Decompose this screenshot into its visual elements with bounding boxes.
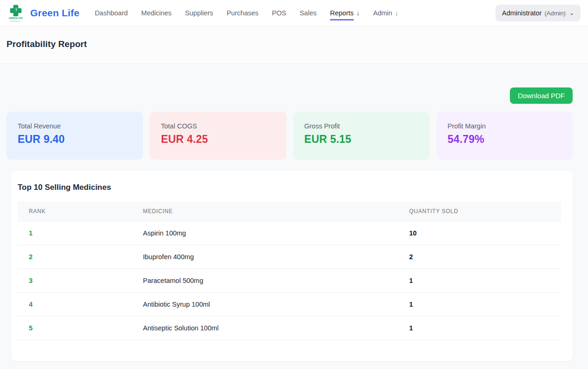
- nav-item-admin[interactable]: Admin ↓: [373, 7, 398, 20]
- dropdown-arrow-icon: ↓: [357, 9, 360, 17]
- medicine-cell: Ibuprofen 400mg: [132, 245, 398, 269]
- rank-cell: 4: [18, 293, 132, 316]
- column-header-medicine: MEDICINE: [132, 201, 398, 221]
- total-revenue-card: Total Revenue EUR 9.40: [7, 112, 143, 160]
- stat-value: 54.79%: [448, 133, 562, 146]
- stat-value: EUR 4.25: [161, 133, 275, 146]
- page-title: Profitability Report: [7, 39, 581, 49]
- pharmacy-cross-icon: GREEN LIFE PHARMACY: [7, 3, 25, 23]
- quantity-cell: 1: [398, 293, 561, 316]
- user-name: Administrator: [502, 9, 542, 17]
- chevron-down-icon: ⌄: [569, 10, 574, 16]
- user-role: (Admin): [544, 10, 566, 17]
- brand-logo[interactable]: GREEN LIFE PHARMACY Green Life: [7, 3, 79, 23]
- dropdown-arrow-icon: ↓: [395, 9, 398, 17]
- table-row: 5 Antiseptic Solution 100ml 1: [18, 316, 561, 340]
- table-header-row: RANK MEDICINE QUANTITY SOLD: [18, 201, 561, 221]
- stat-value: EUR 5.15: [304, 133, 418, 146]
- nav-item-suppliers[interactable]: Suppliers: [185, 7, 213, 20]
- svg-text:GREEN LIFE: GREEN LIFE: [9, 17, 23, 20]
- table-row: 4 Antibiotic Syrup 100ml 1: [18, 293, 561, 316]
- stat-value: EUR 9.40: [18, 133, 132, 146]
- stats-cards: Total Revenue EUR 9.40 Total COGS EUR 4.…: [7, 112, 573, 160]
- top-navigation-bar: GREEN LIFE PHARMACY Green Life Dashboard…: [0, 0, 588, 27]
- report-content: Download PDF Total Revenue EUR 9.40 Tota…: [0, 64, 588, 369]
- column-header-quantity-sold: QUANTITY SOLD: [398, 201, 561, 221]
- top-selling-medicines-card: Top 10 Selling Medicines RANK MEDICINE Q…: [11, 171, 573, 361]
- top-selling-medicines-table: RANK MEDICINE QUANTITY SOLD 1 Aspirin 10…: [18, 201, 561, 340]
- stat-label: Total Revenue: [18, 122, 132, 130]
- rank-cell: 1: [18, 221, 132, 245]
- nav-item-pos[interactable]: POS: [272, 7, 286, 20]
- quantity-cell: 1: [398, 316, 561, 340]
- nav-item-purchases[interactable]: Purchases: [227, 7, 259, 20]
- nav-item-dashboard[interactable]: Dashboard: [95, 7, 128, 20]
- table-row: 3 Paracetamol 500mg 1: [18, 269, 561, 293]
- nav-item-sales[interactable]: Sales: [300, 7, 317, 20]
- page-title-bar: Profitability Report: [0, 27, 588, 64]
- rank-cell: 5: [18, 316, 132, 340]
- table-row: 2 Ibuprofen 400mg 2: [18, 245, 561, 269]
- quantity-cell: 2: [398, 245, 561, 269]
- rank-cell: 2: [18, 245, 132, 269]
- rank-cell: 3: [18, 269, 132, 293]
- stat-label: Gross Profit: [304, 122, 418, 130]
- gross-profit-card: Gross Profit EUR 5.15: [293, 112, 429, 160]
- table-row: 1 Aspirin 100mg 10: [18, 221, 561, 245]
- nav-item-medicines[interactable]: Medicines: [141, 7, 172, 20]
- nav-item-reports[interactable]: Reports ↓: [330, 7, 360, 20]
- medicine-cell: Antibiotic Syrup 100ml: [132, 293, 398, 316]
- quantity-cell: 10: [398, 221, 561, 245]
- profit-margin-card: Profit Margin 54.79%: [436, 112, 573, 160]
- quantity-cell: 1: [398, 269, 561, 293]
- main-nav: Dashboard Medicines Suppliers Purchases …: [95, 7, 496, 20]
- medicine-cell: Paracetamol 500mg: [132, 269, 398, 293]
- download-pdf-button[interactable]: Download PDF: [510, 87, 573, 104]
- svg-text:PHARMACY: PHARMACY: [10, 20, 21, 22]
- medicine-cell: Aspirin 100mg: [132, 221, 398, 245]
- stat-label: Profit Margin: [448, 122, 562, 130]
- report-toolbar: Download PDF: [0, 87, 588, 104]
- column-header-rank: RANK: [18, 201, 132, 221]
- user-menu-button[interactable]: Administrator (Admin) ⌄: [496, 5, 581, 21]
- medicine-cell: Antiseptic Solution 100ml: [132, 316, 398, 340]
- table-title: Top 10 Selling Medicines: [18, 183, 561, 192]
- brand-name: Green Life: [30, 7, 79, 19]
- stat-label: Total COGS: [161, 122, 275, 130]
- total-cogs-card: Total COGS EUR 4.25: [150, 112, 286, 160]
